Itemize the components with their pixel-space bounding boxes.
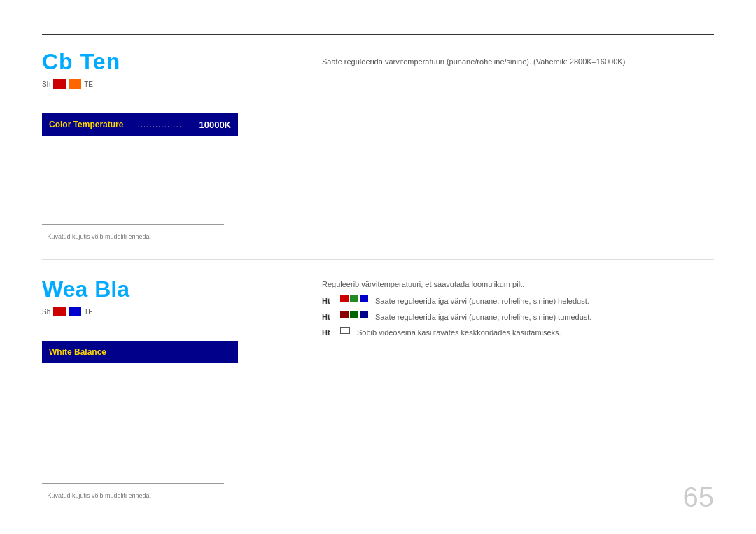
title-cb: Cb	[42, 49, 74, 75]
section1-note: – Kuvatud kujutis võib mudeliti erineda.	[42, 224, 224, 241]
desc-bottom-main: Reguleerib värvitemperatuuri, et saavuta…	[322, 280, 714, 288]
icon-red-1	[340, 295, 349, 302]
wb-bar-label: White Balance	[49, 347, 231, 357]
ct-bar-label: Color Temperature	[49, 120, 124, 129]
white-balance-bar-container: White Balance	[42, 341, 238, 363]
icon-red-2	[340, 311, 349, 318]
desc-item-1: Ht Saate reguleerida iga värvi (punane, …	[322, 295, 714, 307]
desc-item-2-text: Saate reguleerida iga värvi (punane, roh…	[375, 311, 592, 323]
desc-item-3-text: Sobib videoseina kasutavates keskkondade…	[357, 327, 561, 339]
icon-green-1	[350, 295, 358, 302]
icon-label-te: TE	[84, 80, 93, 88]
icon-label-sh: Sh	[42, 80, 50, 88]
color-temperature-bar-container: Color Temperature ................ 10000…	[42, 113, 238, 136]
icon-blue-bottom	[69, 307, 81, 316]
section-color-temperature: Cb Ten Sh TE Color Temperature .........…	[42, 42, 308, 136]
icon-blue-2	[360, 311, 368, 318]
icon-red-top	[53, 79, 66, 89]
subtitle-icons-top: Sh TE	[42, 79, 308, 89]
desc-bottom: Reguleerib värvitemperatuuri, et saavuta…	[322, 280, 714, 343]
title-wea: Wea	[42, 276, 88, 302]
mid-rule	[42, 259, 714, 260]
icon-red-bottom	[53, 307, 66, 316]
desc-top: Saate reguleerida värvitemperatuuri (pun…	[322, 56, 714, 69]
ct-bar-dots: ................	[124, 122, 199, 128]
icon-orange-top	[69, 79, 81, 89]
desc-item-2: Ht Saate reguleerida iga värvi (punane, …	[322, 311, 714, 323]
title-bla: Bla	[94, 276, 130, 302]
desc-item-1-prefix: Ht	[322, 295, 336, 307]
ct-bar-value: 10000K	[199, 120, 231, 130]
color-temperature-bar: Color Temperature ................ 10000…	[42, 113, 238, 136]
section1-title: Cb Ten	[42, 49, 308, 75]
page-number: 65	[683, 482, 715, 513]
title-ten: Ten	[80, 49, 121, 75]
subtitle-icons-bottom: Sh TE	[42, 307, 308, 316]
icon-blue-1	[360, 295, 368, 302]
section2-title: Wea Bla	[42, 276, 308, 302]
desc-item-3-prefix: Ht	[322, 327, 336, 339]
icon-monitor	[340, 327, 350, 334]
icon-label-te2: TE	[84, 308, 93, 316]
desc-top-text: Saate reguleerida värvitemperatuuri (pun…	[322, 57, 625, 66]
section2-note: – Kuvatud kujutis võib mudeliti erineda.	[42, 483, 224, 500]
icon-label-sh2: Sh	[42, 308, 50, 316]
note-text-bottom: – Kuvatud kujutis võib mudeliti erineda.	[42, 492, 151, 499]
section-white-balance: Wea Bla Sh TE White Balance	[42, 269, 308, 363]
desc-item-2-prefix: Ht	[322, 311, 336, 323]
top-rule	[42, 34, 714, 35]
white-balance-bar: White Balance	[42, 341, 238, 363]
desc-item-3: Ht Sobib videoseina kasutavates keskkond…	[322, 327, 714, 339]
desc-item-1-text: Saate reguleerida iga värvi (punane, roh…	[375, 295, 589, 307]
note-text-top: – Kuvatud kujutis võib mudeliti erineda.	[42, 233, 151, 240]
icon-green-2	[350, 311, 358, 318]
